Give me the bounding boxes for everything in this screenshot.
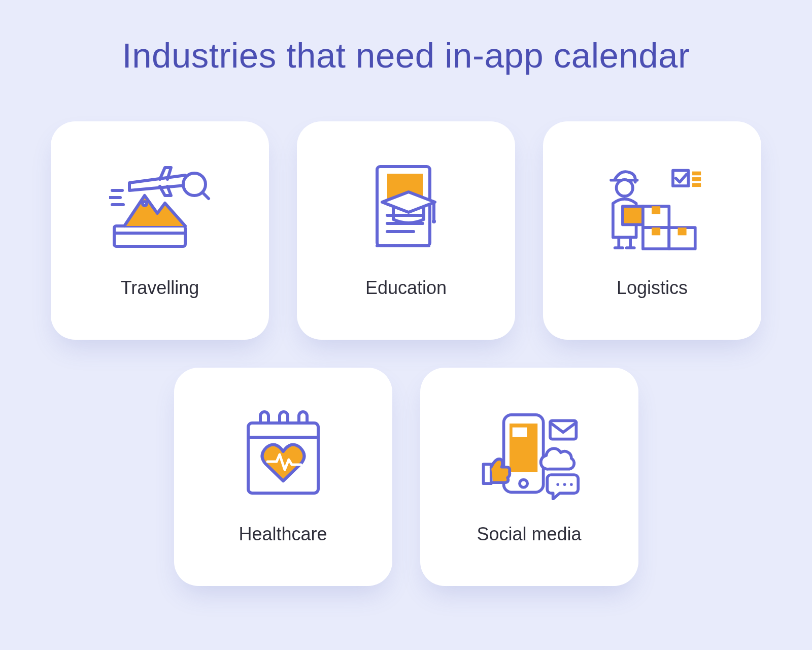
svg-point-3 (128, 185, 131, 188)
svg-point-43 (570, 483, 573, 486)
svg-point-42 (563, 483, 566, 486)
svg-line-5 (202, 192, 209, 199)
card-label: Healthcare (239, 524, 327, 545)
svg-point-16 (432, 219, 436, 223)
card-education: Education (297, 121, 515, 340)
svg-rect-0 (114, 226, 185, 246)
card-grid: Travelling (30, 121, 782, 586)
svg-rect-29 (678, 228, 686, 235)
social-media-icon (479, 409, 580, 500)
svg-point-41 (556, 483, 559, 486)
card-logistics: Logistics (543, 121, 761, 340)
card-label: Logistics (617, 277, 688, 299)
svg-rect-27 (652, 228, 660, 235)
svg-rect-33 (692, 183, 701, 187)
svg-rect-32 (692, 177, 701, 181)
card-label: Education (365, 277, 447, 299)
svg-point-18 (617, 180, 633, 196)
card-label: Social media (477, 524, 581, 545)
svg-rect-19 (623, 206, 643, 224)
page-title: Industries that need in-app calendar (30, 36, 782, 76)
svg-rect-31 (692, 172, 701, 176)
card-travelling: Travelling (51, 121, 269, 340)
svg-rect-40 (550, 420, 576, 439)
card-social-media: Social media (420, 368, 638, 586)
svg-rect-25 (652, 206, 660, 214)
card-label: Travelling (121, 277, 199, 299)
logistics-icon (601, 162, 703, 254)
card-healthcare: Healthcare (174, 368, 392, 586)
travelling-icon (109, 162, 211, 254)
healthcare-icon (232, 409, 334, 500)
svg-point-2 (143, 202, 147, 206)
svg-rect-38 (512, 428, 527, 437)
education-icon (355, 162, 457, 254)
